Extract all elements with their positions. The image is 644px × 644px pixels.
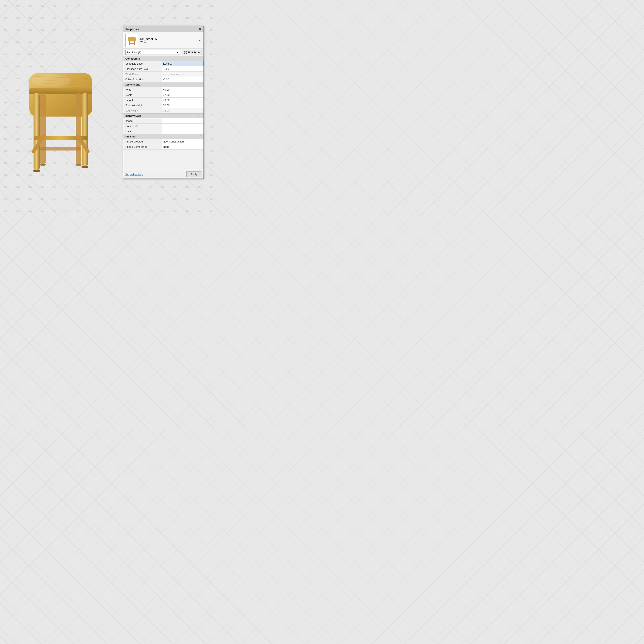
phasing-label-0: Phase Created — [123, 139, 162, 144]
watermark-cell: RD — [205, 24, 215, 36]
watermark-cell: RD — [205, 60, 215, 72]
watermark-cell: RD — [145, 12, 157, 24]
prop-row: Offset from Host-6.00 — [123, 77, 203, 82]
watermark-cell: RD — [121, 0, 133, 12]
watermark-cell: RD — [12, 0, 24, 12]
dimensions-label-0: Width — [123, 87, 162, 92]
constraints-value-1[interactable]: -6.00 — [162, 66, 203, 71]
identity-data-header[interactable]: Identity Data ⌃⌃ — [123, 113, 203, 118]
phasing-value-0[interactable]: New Construction — [162, 139, 203, 144]
constraints-value-0[interactable]: Level 1 — [162, 61, 203, 66]
watermark-cell: RD — [205, 48, 215, 60]
identity-data-chevron: ⌃⌃ — [198, 115, 201, 117]
phasing-value-1[interactable]: None — [162, 144, 203, 149]
prop-row: Width40.00 — [123, 87, 203, 92]
watermark-cell: RD — [60, 12, 72, 24]
watermark-cell: RD — [121, 181, 133, 193]
watermark-cell: RD — [12, 205, 24, 215]
watermark-cell: RD — [169, 0, 181, 12]
watermark-cell: RD — [24, 24, 36, 36]
watermark-cell: RD — [60, 24, 72, 36]
watermark-cell: RD — [121, 12, 133, 24]
panel-title: Properties — [125, 28, 139, 31]
dimensions-label: Dimensions — [125, 83, 140, 86]
watermark-cell: RD — [193, 205, 205, 215]
svg-rect-27 — [186, 51, 187, 52]
watermark-cell: RD — [0, 24, 12, 36]
phasing-header[interactable]: Phasing ⌃⌃ — [123, 134, 203, 139]
identity-data-value-2 — [162, 129, 203, 134]
svg-rect-11 — [40, 147, 81, 150]
category-selector[interactable]: Furniture (1) ▼ — [125, 50, 180, 55]
prop-row: Phase DemolishedNone — [123, 144, 203, 150]
stool-illustration — [10, 42, 119, 195]
svg-point-14 — [40, 164, 46, 166]
svg-rect-25 — [129, 43, 135, 44]
watermark-cell: RD — [12, 24, 24, 36]
watermark-cell: RD — [24, 0, 36, 12]
identity-data-rows: ImageCommentsMark — [123, 118, 203, 134]
watermark-cell: RD — [72, 24, 85, 36]
dimensions-value-2[interactable]: 78.00 — [162, 98, 203, 103]
prop-row: Comments — [123, 124, 203, 129]
category-selector-label: Furniture (1) — [127, 51, 141, 54]
watermark-cell: RD — [205, 121, 215, 133]
constraints-value-2: <not associated> — [162, 72, 203, 77]
watermark-cell: RD — [205, 169, 215, 181]
edit-type-label: Edit Type — [188, 51, 200, 54]
watermark-cell: RD — [169, 205, 181, 215]
dimensions-value-3[interactable]: 30.00 — [162, 103, 203, 108]
watermark-cell: RD — [97, 12, 109, 24]
watermark-cell: RD — [133, 12, 145, 24]
svg-rect-29 — [186, 53, 187, 54]
svg-rect-28 — [184, 53, 185, 54]
dimensions-value-0[interactable]: 40.00 — [162, 87, 203, 92]
watermark-cell: RD — [109, 205, 121, 215]
watermark-cell: RD — [97, 205, 109, 215]
constraints-value-3[interactable]: -6.00 — [162, 77, 203, 82]
watermark-cell: RD — [36, 24, 48, 36]
watermark-cell: RD — [97, 24, 109, 36]
prop-row: Image — [123, 118, 203, 124]
prop-row: Work Plane<not associated> — [123, 72, 203, 77]
watermark-cell: RD — [157, 205, 169, 215]
watermark-cell: RD — [157, 0, 169, 12]
identity-data-section: Identity Data ⌃⌃ ImageCommentsMark — [123, 113, 203, 134]
watermark-cell: RD — [72, 205, 85, 215]
dimensions-value-1[interactable]: 32.00 — [162, 92, 203, 97]
svg-rect-6 — [40, 93, 46, 165]
watermark-cell: RD — [24, 12, 36, 24]
watermark-cell: RD — [48, 0, 60, 12]
watermark-cell: RD — [181, 0, 193, 12]
type-header: RD_Stool 05 Wood ▼ — [123, 32, 203, 49]
type-info: RD_Stool 05 Wood — [140, 37, 196, 44]
constraints-header[interactable]: Constraints ⌃⌃ — [123, 56, 203, 61]
watermark-cell: RD — [109, 0, 121, 12]
constraints-section: Constraints ⌃⌃ Schedule LevelLevel 1Elev… — [123, 56, 203, 82]
dimensions-section: Dimensions ⌃⌃ Width40.00Depth32.00Height… — [123, 82, 203, 113]
phasing-label-1: Phase Demolished — [123, 144, 162, 149]
edit-type-button[interactable]: Edit Type — [182, 50, 201, 55]
watermark-cell: RD — [181, 12, 193, 24]
prop-row: Height78.00 — [123, 98, 203, 103]
watermark-cell: RD — [48, 205, 60, 215]
properties-help-link[interactable]: Properties help — [125, 173, 143, 176]
watermark-cell: RD — [133, 193, 145, 205]
dimensions-value-4: 72.00 — [162, 108, 203, 113]
close-button[interactable]: ✕ — [198, 27, 201, 31]
prop-row: Schedule LevelLevel 1 — [123, 61, 203, 66]
watermark-cell: RD — [181, 205, 193, 215]
phasing-rows: Phase CreatedNew ConstructionPhase Demol… — [123, 139, 203, 150]
dimensions-label-2: Height — [123, 98, 162, 103]
watermark-cell: RD — [36, 12, 48, 24]
apply-button[interactable]: Apply — [186, 171, 201, 177]
watermark-cell: RD — [48, 24, 60, 36]
selector-row: Furniture (1) ▼ Edit Type — [123, 49, 203, 56]
watermark-cell: RD — [97, 0, 109, 12]
prop-row: Mark — [123, 129, 203, 134]
watermark-cell: RD — [85, 12, 97, 24]
dimensions-header[interactable]: Dimensions ⌃⌃ — [123, 82, 203, 87]
prop-row: Depth32.00 — [123, 92, 203, 98]
thumbnail-box — [125, 34, 138, 47]
svg-rect-20 — [128, 37, 136, 41]
